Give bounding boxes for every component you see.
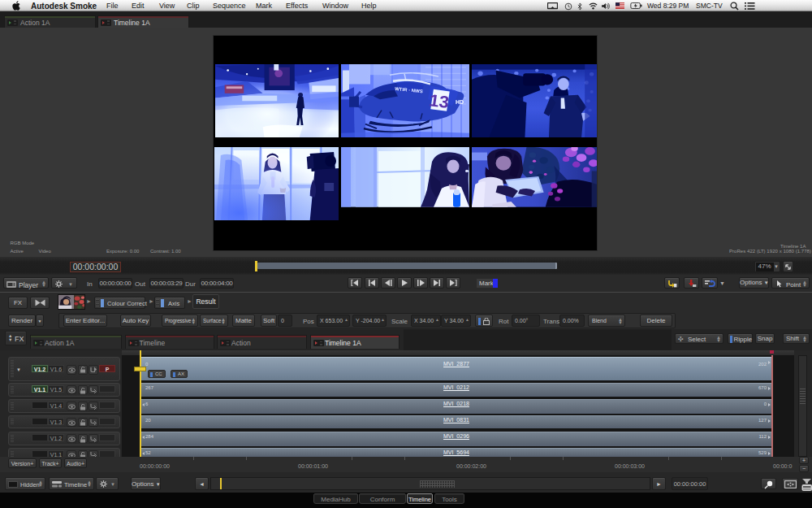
svg-text:13: 13 (428, 90, 451, 111)
svg-text:HD: HD (456, 99, 464, 105)
